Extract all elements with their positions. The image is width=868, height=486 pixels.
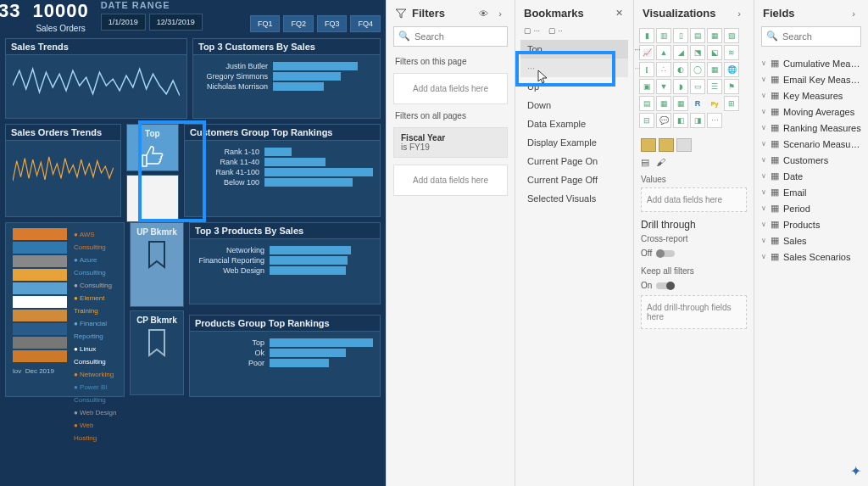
visualizations-pane: Visualizations › ▮ ▥ ▯ ▤ ▦ ▧ 📈 ▲ ◢ ⬔ ⬕ ≋… bbox=[633, 0, 754, 486]
viz-line-icon[interactable]: 📈 bbox=[639, 45, 654, 60]
close-icon[interactable]: ✕ bbox=[613, 8, 625, 20]
viz-table-icon[interactable]: ▦ bbox=[656, 96, 671, 111]
filters-dropzone[interactable]: Add data fields here bbox=[393, 73, 508, 104]
viz-100-bar-icon[interactable]: ▦ bbox=[707, 28, 722, 43]
viz-donut-icon[interactable]: ◯ bbox=[690, 62, 705, 77]
viz-area-icon[interactable]: ▲ bbox=[656, 45, 671, 60]
viz-matrix-icon[interactable]: ▦ bbox=[673, 96, 688, 111]
field-table[interactable]: ∨▦Date bbox=[758, 168, 865, 184]
viz-r-icon[interactable]: R bbox=[690, 96, 705, 111]
bookmark-button-up[interactable]: UP Bkmrk bbox=[130, 222, 184, 307]
bookmark-item[interactable]: Top··· bbox=[520, 40, 628, 59]
card-top3-products[interactable]: Top 3 Products By Sales Networking Finan… bbox=[189, 222, 381, 304]
bookmark-item[interactable]: Data Example bbox=[520, 115, 628, 133]
viz-scatter-icon[interactable]: ∴ bbox=[656, 62, 671, 77]
bookmark-item[interactable]: Current Page On bbox=[520, 152, 628, 170]
format-tab-icon[interactable]: 🖌 bbox=[656, 157, 665, 168]
viz-stacked-bar-icon[interactable]: ▮ bbox=[639, 28, 654, 43]
field-table[interactable]: ∨▦Period bbox=[758, 200, 865, 216]
field-table[interactable]: ∨▦Products bbox=[758, 216, 865, 232]
card-legend[interactable]: lov Dec 2019 AWS Consulting Azure Consul… bbox=[5, 222, 125, 397]
card-products-group-rank[interactable]: Products Group Top Rankings Top Ok Poor bbox=[189, 315, 381, 397]
analytics-well-icon[interactable] bbox=[676, 138, 692, 152]
viz-funnel-icon[interactable]: ▼ bbox=[656, 79, 671, 94]
filters-search[interactable]: 🔍 bbox=[393, 26, 508, 47]
viz-stacked-area-icon[interactable]: ◢ bbox=[673, 45, 688, 60]
field-table[interactable]: ∨▦Sales Scenarios bbox=[758, 249, 865, 265]
keep-filters-toggle[interactable]: On bbox=[641, 281, 675, 290]
card-customers-group-rank[interactable]: Customers Group Top Rankings Rank 1-10 R… bbox=[184, 124, 381, 217]
legend-list: AWS Consulting Azure Consulting Consulti… bbox=[74, 228, 117, 444]
viz-card-icon[interactable]: ▭ bbox=[690, 79, 705, 94]
view-bookmark[interactable]: ▢ ·· bbox=[548, 26, 563, 35]
date-to[interactable]: 12/31/2019 bbox=[149, 14, 203, 31]
drill-dropzone[interactable]: Add drill-through fields here bbox=[641, 295, 747, 329]
bookmark-button-top[interactable]: Top bbox=[126, 124, 179, 171]
viz-more-icon[interactable]: ⋯ bbox=[707, 113, 722, 128]
card-sales-trends[interactable]: Sales Trends bbox=[5, 38, 187, 119]
fq1-button[interactable]: FQ1 bbox=[250, 15, 281, 32]
fields-tab-icon[interactable]: ▤ bbox=[641, 157, 649, 168]
viz-slicer-icon[interactable]: ▤ bbox=[639, 96, 654, 111]
field-table[interactable]: ∨▦Ranking Measures bbox=[758, 120, 865, 136]
bookmark-button-blank[interactable] bbox=[126, 175, 179, 222]
more-icon[interactable]: ··· bbox=[634, 43, 640, 55]
fq2-button[interactable]: FQ2 bbox=[283, 15, 314, 32]
viz-key-influencers-icon[interactable]: ⊞ bbox=[724, 96, 739, 111]
viz-filled-map-icon[interactable]: ▣ bbox=[639, 79, 654, 94]
viz-kpi-icon[interactable]: ⚑ bbox=[724, 79, 739, 94]
bookmark-button-cp[interactable]: CP Bkmrk bbox=[130, 310, 184, 395]
filters-dropzone[interactable]: Add data fields here bbox=[393, 165, 508, 196]
viz-custom1-icon[interactable]: ◧ bbox=[673, 113, 688, 128]
kpi-partial: 33 bbox=[0, 0, 32, 22]
field-table[interactable]: ∨▦Email bbox=[758, 184, 865, 200]
add-bookmark[interactable]: ▢ ··· bbox=[524, 26, 540, 35]
field-table[interactable]: ∨▦Customers bbox=[758, 152, 865, 168]
viz-waterfall-icon[interactable]: ⫿ bbox=[639, 62, 654, 77]
viz-custom2-icon[interactable]: ◨ bbox=[690, 113, 705, 128]
viz-decomposition-icon[interactable]: ⊟ bbox=[639, 113, 654, 128]
chevron-right-icon[interactable]: › bbox=[733, 8, 745, 20]
cross-report-toggle[interactable]: Off bbox=[641, 249, 675, 258]
viz-line-column-icon[interactable]: ⬔ bbox=[690, 45, 705, 60]
viz-qa-icon[interactable]: 💬 bbox=[656, 113, 671, 128]
eye-icon[interactable]: 👁 bbox=[477, 8, 489, 20]
viz-100-column-icon[interactable]: ▧ bbox=[724, 28, 739, 43]
viz-gauge-icon[interactable]: ◗ bbox=[673, 79, 688, 94]
viz-python-icon[interactable]: Py bbox=[707, 96, 722, 111]
chevron-right-icon[interactable]: › bbox=[494, 8, 506, 20]
field-table[interactable]: ∨▦Sales bbox=[758, 232, 865, 249]
field-table[interactable]: ∨▦Cumulative Meas... bbox=[758, 55, 865, 71]
field-table[interactable]: ∨▦Scenario Measures bbox=[758, 136, 865, 152]
card-top3-customers[interactable]: Top 3 Customers By Sales Justin Butler G… bbox=[192, 38, 381, 119]
bookmark-item[interactable]: Display Example bbox=[520, 133, 628, 152]
viz-treemap-icon[interactable]: ▦ bbox=[707, 62, 722, 77]
field-table[interactable]: ∨▦Key Measures bbox=[758, 87, 865, 103]
format-well-icon[interactable] bbox=[659, 138, 674, 152]
bookmark-item[interactable]: Current Page Off bbox=[520, 170, 628, 189]
viz-ribbon-icon[interactable]: ≋ bbox=[724, 45, 739, 60]
card-sales-orders-trends[interactable]: Sales Orders Trends bbox=[5, 124, 121, 217]
viz-clustered-bar-icon[interactable]: ▥ bbox=[656, 28, 671, 43]
fields-well-icon[interactable] bbox=[641, 138, 656, 152]
fiscal-quarter-buttons: FQ1 FQ2 FQ3 FQ4 bbox=[250, 0, 381, 32]
viz-line-clustered-icon[interactable]: ⬕ bbox=[707, 45, 722, 60]
more-icon[interactable]: ··· bbox=[634, 62, 640, 74]
filters-search-input[interactable] bbox=[393, 26, 508, 47]
bookmark-item[interactable]: Down bbox=[520, 96, 628, 115]
filter-card-fiscal-year[interactable]: Fiscal Year is FY19 bbox=[393, 127, 508, 158]
values-dropzone[interactable]: Add data fields here bbox=[641, 187, 747, 212]
viz-map-icon[interactable]: 🌐 bbox=[724, 62, 739, 77]
fields-search[interactable]: 🔍 bbox=[761, 26, 861, 47]
field-table[interactable]: ∨▦Email Key Measur... bbox=[758, 71, 865, 87]
fq3-button[interactable]: FQ3 bbox=[317, 15, 348, 32]
viz-pie-icon[interactable]: ◐ bbox=[673, 62, 688, 77]
viz-multirow-icon[interactable]: ☰ bbox=[707, 79, 722, 94]
fq4-button[interactable]: FQ4 bbox=[350, 15, 381, 32]
date-from[interactable]: 1/1/2019 bbox=[101, 14, 146, 31]
field-table[interactable]: ∨▦Moving Averages bbox=[758, 103, 865, 120]
chevron-right-icon[interactable]: › bbox=[848, 8, 860, 20]
viz-stacked-column-icon[interactable]: ▯ bbox=[673, 28, 688, 43]
bookmark-item[interactable]: Selected Visuals bbox=[520, 189, 628, 208]
viz-clustered-column-icon[interactable]: ▤ bbox=[690, 28, 705, 43]
